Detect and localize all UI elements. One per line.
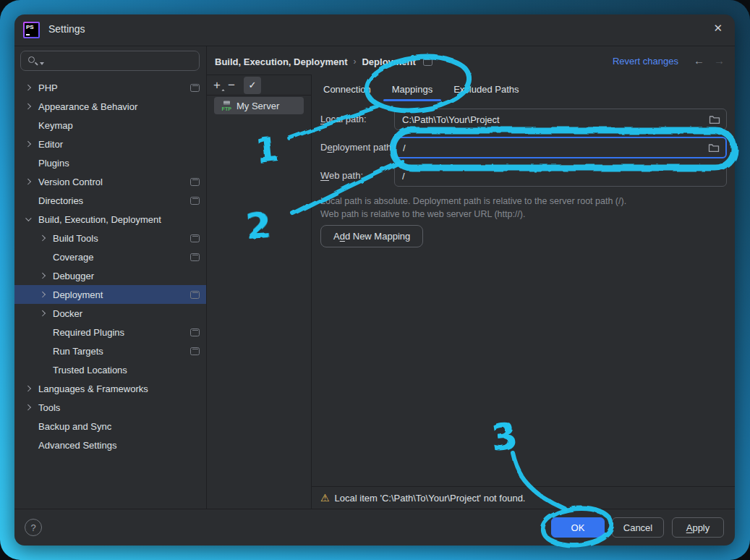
sidebar-item-label: Advanced Settings [38, 440, 116, 451]
chevron-right-icon[interactable] [26, 141, 32, 147]
sidebar-item-trusted-locations[interactable]: Trusted Locations [14, 360, 206, 379]
web-path-label: Web path: [320, 165, 363, 187]
back-arrow-icon[interactable]: ← [694, 54, 704, 67]
screenshot-stage: PS Settings ✕ PHPAppearance & BehaviorKe… [0, 0, 750, 560]
sidebar-item-label: Trusted Locations [53, 365, 127, 376]
default-server-toggle[interactable]: ✓ [244, 77, 261, 94]
sidebar-item-label: Deployment [53, 289, 103, 300]
chevron-right-icon[interactable] [26, 85, 32, 90]
window-icon [190, 178, 200, 186]
chevron-right-icon[interactable] [26, 404, 32, 410]
sidebar-item-deployment[interactable]: Deployment [14, 285, 206, 304]
sidebar-tree: PHPAppearance & BehaviorKeymapEditorPlug… [14, 78, 206, 454]
chevron-down-icon[interactable] [26, 216, 32, 222]
title-separator [14, 46, 735, 46]
chevron-right-icon[interactable] [41, 235, 46, 241]
tab-connection[interactable]: Connection [315, 78, 380, 101]
folder-icon[interactable] [709, 114, 720, 124]
sidebar-item-label: Required Plugins [53, 327, 124, 338]
web-path-input[interactable]: / [394, 165, 727, 187]
folder-icon[interactable] [708, 143, 720, 153]
sidebar-item-label: Backup and Sync [38, 421, 111, 432]
sidebar-item-advanced-settings[interactable]: Advanced Settings [14, 436, 206, 454]
sidebar-item-label: Directories [38, 195, 83, 206]
search-input[interactable] [20, 51, 200, 71]
search-icon [27, 56, 38, 67]
sidebar-item-directories[interactable]: Directories [14, 191, 206, 210]
sidebar-item-php[interactable]: PHP [14, 78, 206, 97]
window-icon [190, 234, 200, 242]
remove-server-button[interactable]: − [228, 79, 235, 91]
title-bar[interactable]: PS Settings ✕ [14, 14, 735, 46]
tab-excluded-paths[interactable]: Excluded Paths [445, 78, 527, 101]
chevron-right-icon[interactable] [41, 310, 46, 316]
sidebar-item-label: Docker [53, 308, 82, 319]
sidebar-item-editor[interactable]: Editor [14, 135, 206, 153]
sidebar-item-build-tools[interactable]: Build Tools [14, 229, 206, 247]
sidebar-separator [206, 46, 207, 509]
sidebar-item-label: Plugins [38, 158, 69, 169]
settings-dialog: PS Settings ✕ PHPAppearance & BehaviorKe… [14, 14, 735, 546]
sidebar-item-languages-frameworks[interactable]: Languages & Frameworks [14, 379, 206, 398]
add-new-mapping-button[interactable]: Add New Mapping [320, 225, 423, 247]
sidebar-item-version-control[interactable]: Version Control [14, 172, 206, 191]
validation-warning: ⚠ Local item 'C:\Path\To\Your\Project' n… [311, 486, 735, 509]
chevron-spacer [26, 160, 32, 166]
sidebar-item-label: Build, Execution, Deployment [38, 214, 161, 225]
chevron-right-icon[interactable] [41, 273, 46, 279]
window-icon [190, 84, 200, 92]
window-icon [190, 197, 200, 205]
chevron-right-icon[interactable] [26, 386, 32, 391]
sidebar-item-run-targets[interactable]: Run Targets [14, 341, 206, 360]
sidebar-item-build-execution-deployment[interactable]: Build, Execution, Deployment [14, 210, 206, 229]
add-server-button[interactable]: + [213, 79, 221, 91]
breadcrumb-chevron-icon: › [353, 56, 356, 67]
chevron-right-icon[interactable] [41, 292, 46, 297]
sidebar-item-label: Debugger [53, 271, 94, 281]
tab-mappings[interactable]: Mappings [383, 78, 441, 101]
server-toolbar: + − ✓ [206, 75, 311, 95]
content-separator [311, 75, 312, 509]
server-item-my-server[interactable]: FTP My Server [214, 97, 304, 114]
sidebar-item-tools[interactable]: Tools [14, 398, 206, 417]
phpstorm-logo-icon: PS [23, 22, 40, 38]
sidebar-item-docker[interactable]: Docker [14, 304, 206, 323]
window-icon [190, 328, 200, 336]
sidebar-item-appearance-behavior[interactable]: Appearance & Behavior [14, 97, 206, 116]
chevron-spacer [26, 442, 32, 448]
sidebar-item-keymap[interactable]: Keymap [14, 116, 206, 135]
deployment-path-label: Deployment path: [320, 137, 394, 158]
local-path-label: Local path: [320, 109, 367, 130]
breadcrumb-segment[interactable]: Build, Execution, Deployment [215, 56, 347, 67]
local-path-input[interactable]: C:\Path\To\Your\Project [394, 109, 727, 130]
sidebar-item-debugger[interactable]: Debugger [14, 266, 206, 285]
apply-button[interactable]: Apply [672, 517, 724, 538]
help-icon[interactable]: ? [25, 519, 42, 536]
breadcrumb: Build, Execution, Deployment › Deploymen… [215, 54, 439, 69]
ok-button[interactable]: OK [551, 517, 605, 538]
chevron-right-icon[interactable] [26, 103, 32, 109]
sidebar-item-label: Editor [38, 139, 63, 150]
chevron-spacer [26, 122, 32, 128]
window-icon [423, 58, 432, 66]
cancel-button[interactable]: Cancel [612, 517, 664, 538]
close-icon[interactable]: ✕ [713, 22, 723, 35]
search-options-caret-icon[interactable] [40, 62, 44, 65]
revert-changes-link[interactable]: Revert changes [613, 56, 678, 67]
sidebar-item-label: Build Tools [53, 233, 98, 244]
sidebar-item-plugins[interactable]: Plugins [14, 153, 206, 172]
breadcrumb-segment-current[interactable]: Deployment [362, 56, 415, 67]
window-icon [190, 291, 200, 299]
window-icon [190, 253, 200, 261]
ftp-server-icon: FTP [221, 100, 232, 111]
deployment-path-input[interactable]: / [394, 137, 727, 158]
sidebar-item-coverage[interactable]: Coverage [14, 247, 206, 266]
sidebar-item-backup-and-sync[interactable]: Backup and Sync [14, 417, 206, 436]
sidebar-item-label: Coverage [53, 252, 93, 263]
chevron-spacer [41, 329, 46, 335]
forward-arrow-icon[interactable]: → [714, 54, 725, 67]
sidebar-item-label: Version Control [38, 177, 103, 187]
svg-text:FTP: FTP [222, 106, 232, 111]
sidebar-item-required-plugins[interactable]: Required Plugins [14, 323, 206, 341]
chevron-right-icon[interactable] [26, 179, 32, 184]
